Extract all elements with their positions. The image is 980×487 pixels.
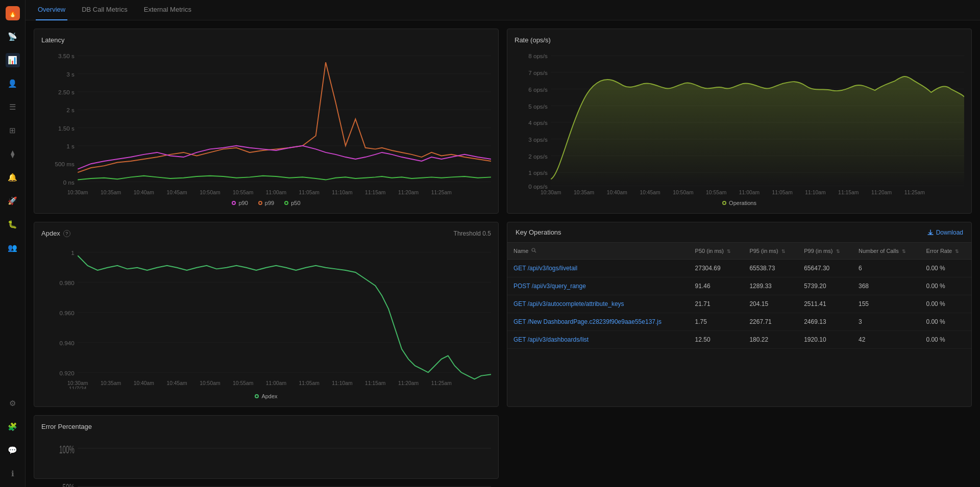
svg-text:100%: 100% [59, 443, 75, 456]
sidebar-icon-filter[interactable]: ⧫ [6, 147, 20, 161]
row-0-p99: 65647.30 [798, 260, 852, 277]
sort-p50-icon: ⇅ [727, 249, 731, 254]
sidebar: 🔥 📡 📊 👤 ☰ ⊞ ⧫ 🔔 🚀 🐛 👥 ⚙ 🧩 💬 ℹ [0, 0, 26, 487]
svg-text:11:20am: 11:20am [871, 190, 892, 195]
svg-text:2.50 s: 2.50 s [58, 89, 75, 95]
svg-text:11:15am: 11:15am [365, 380, 385, 386]
sort-p95-icon: ⇅ [781, 249, 786, 254]
legend-p90-label: p90 [238, 200, 248, 206]
svg-text:1 ops/s: 1 ops/s [528, 169, 548, 176]
sidebar-icon-list[interactable]: ☰ [6, 100, 20, 114]
row-2-calls: 155 [852, 295, 920, 313]
row-1-p50: 91.46 [689, 277, 744, 295]
svg-text:11:05am: 11:05am [299, 380, 320, 386]
row-1-calls: 368 [852, 277, 920, 295]
sidebar-icon-team[interactable]: 👥 [6, 241, 20, 255]
row-4-p50: 12.50 [689, 331, 744, 349]
tab-external[interactable]: External Metrics [142, 0, 193, 20]
sidebar-icon-chat[interactable]: 💬 [6, 443, 20, 457]
sidebar-icon-info[interactable]: ℹ [6, 467, 20, 481]
search-icon [531, 248, 536, 253]
key-operations-table-wrapper[interactable]: Name P50 (in ms) ⇅ P95 (in ms) ⇅ [507, 243, 971, 406]
legend-p90: p90 [232, 200, 248, 206]
svg-text:11:15am: 11:15am [365, 190, 385, 195]
row-1-error-rate: 0.00 % [920, 277, 971, 295]
row-2-name[interactable]: GET /api/v3/autocomplete/attribute_keys [507, 295, 689, 313]
svg-text:11:10am: 11:10am [332, 190, 352, 195]
sidebar-icon-grid[interactable]: ⊞ [6, 123, 20, 138]
apdex-threshold: Threshold 0.5 [454, 230, 491, 237]
tab-db-call[interactable]: DB Call Metrics [80, 0, 130, 20]
svg-text:50%: 50% [62, 481, 74, 487]
key-operations-tbody: GET /api/v3/logs/livetail27304.6965538.7… [507, 260, 971, 349]
col-p50[interactable]: P50 (in ms) ⇅ [689, 243, 744, 260]
svg-text:11:25am: 11:25am [431, 380, 452, 386]
col-name[interactable]: Name [507, 243, 689, 260]
sidebar-icon-user[interactable]: 👤 [6, 76, 20, 91]
col-p99[interactable]: P99 (in ms) ⇅ [798, 243, 852, 260]
legend-p50-label: p50 [291, 200, 300, 206]
apdex-help-icon[interactable]: ? [63, 230, 70, 237]
legend-apdex-label: Apdex [261, 393, 277, 399]
key-operations-title: Key Operations [516, 228, 561, 236]
row-1-name[interactable]: POST /api/v3/query_range [507, 277, 689, 295]
legend-p99-label: p99 [265, 200, 274, 206]
row-2-p50: 21.71 [689, 295, 744, 313]
row-4-name[interactable]: GET /api/v3/dashboards/list [507, 331, 689, 349]
svg-text:2 s: 2 s [66, 107, 75, 113]
row-3-error-rate: 0.00 % [920, 313, 971, 331]
error-percentage-title: Error Percentage [41, 423, 491, 430]
sort-error-rate-icon: ⇅ [955, 249, 959, 254]
svg-text:10:45am: 10:45am [640, 190, 660, 195]
app-logo: 🔥 [6, 6, 20, 20]
svg-point-83 [532, 248, 535, 251]
svg-text:8 ops/s: 8 ops/s [528, 53, 548, 59]
rate-chart: 8 ops/s 7 ops/s 6 ops/s 5 ops/s 4 ops/s … [514, 49, 964, 196]
svg-text:6 ops/s: 6 ops/s [528, 86, 548, 93]
svg-text:11:05am: 11:05am [772, 190, 793, 195]
col-calls[interactable]: Number of Calls ⇅ [852, 243, 920, 260]
latency-chart: 3.50 s 3 s 2.50 s 2 s 1.50 s 1 s 500 ms … [41, 49, 491, 196]
svg-text:10:50am: 10:50am [200, 380, 220, 386]
rate-title: Rate (ops/s) [514, 36, 964, 44]
row-4-error-rate: 0.00 % [920, 331, 971, 349]
svg-text:11/7/24: 11/7/24 [542, 195, 560, 196]
sidebar-icon-rocket[interactable]: 🚀 [6, 194, 20, 208]
sidebar-icon-settings[interactable]: ⚙ [6, 396, 20, 411]
apdex-chart: 1 0.980 0.960 0.940 0.920 10:30am 11/7/2… [41, 242, 491, 389]
key-operations-panel: Key Operations Download Name [507, 222, 972, 407]
svg-text:10:50am: 10:50am [200, 190, 220, 195]
sidebar-icon-puzzle[interactable]: 🧩 [6, 420, 20, 434]
svg-text:0.960: 0.960 [60, 310, 75, 316]
svg-text:0.940: 0.940 [60, 340, 75, 346]
row-3-name[interactable]: GET /New DashboardPage.c28239f90e9aae55e… [507, 313, 689, 331]
legend-p50: p50 [284, 200, 300, 206]
tab-overview[interactable]: Overview [36, 0, 67, 20]
sort-calls-icon: ⇅ [902, 249, 906, 254]
svg-text:1: 1 [71, 249, 74, 256]
download-button[interactable]: Download [927, 229, 963, 236]
col-p95[interactable]: P95 (in ms) ⇅ [743, 243, 798, 260]
svg-text:10:35am: 10:35am [101, 380, 121, 386]
row-3-p50: 1.75 [689, 313, 744, 331]
svg-text:4 ops/s: 4 ops/s [528, 119, 548, 126]
sidebar-icon-bug[interactable]: 🐛 [6, 217, 20, 232]
row-0-p50: 27304.69 [689, 260, 744, 277]
apdex-legend: Apdex [41, 393, 491, 399]
sort-p99-icon: ⇅ [836, 249, 840, 254]
col-error-rate[interactable]: Error Rate ⇅ [920, 243, 971, 260]
row-3-p99: 2469.13 [798, 313, 852, 331]
sidebar-icon-chart[interactable]: 📊 [6, 53, 20, 67]
rate-panel: Rate (ops/s) 8 ops/s 7 ops/s [507, 29, 972, 214]
svg-text:11:25am: 11:25am [904, 190, 925, 195]
row-4-calls: 42 [852, 331, 920, 349]
svg-text:10:55am: 10:55am [233, 190, 253, 195]
row-0-name[interactable]: GET /api/v3/logs/livetail [507, 260, 689, 277]
svg-text:11:00am: 11:00am [266, 190, 286, 195]
download-label: Download [936, 229, 963, 236]
sidebar-icon-bell[interactable]: 🔔 [6, 170, 20, 185]
row-0-error-rate: 0.00 % [920, 260, 971, 277]
svg-text:10:55am: 10:55am [233, 380, 253, 386]
svg-text:2 ops/s: 2 ops/s [528, 153, 548, 160]
sidebar-icon-signal[interactable]: 📡 [6, 30, 20, 44]
